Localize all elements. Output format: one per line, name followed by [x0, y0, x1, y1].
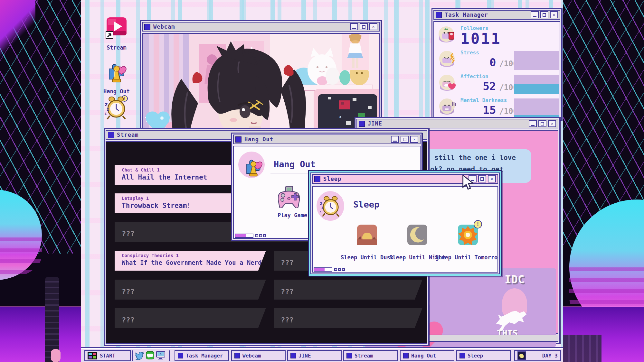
night-icon [407, 225, 427, 245]
tomorrow-sun-icon [458, 225, 478, 245]
svg-text:z: z [107, 107, 109, 112]
twitter-bird-icon[interactable] [135, 351, 144, 361]
maximize-button[interactable] [538, 120, 546, 127]
chain-prop [563, 335, 601, 362]
heading-divider [350, 214, 497, 214]
hang-out-heading: Hang Out [274, 159, 316, 169]
window-icon [403, 353, 409, 358]
stream-topic-locked[interactable]: ??? [115, 280, 266, 300]
alarm-clock-icon: ! z z z [102, 95, 130, 121]
purple-floor [0, 307, 81, 362]
svg-text:z: z [105, 112, 107, 115]
followers-count: 1011 [460, 31, 501, 46]
window-icon [290, 353, 296, 358]
taskbar-button-label: JINE [298, 353, 311, 359]
taskbar-button-task-manager[interactable]: Task Manager [175, 350, 229, 361]
option-label: Sleep Until Tomorrow [435, 254, 498, 261]
locked-label: ??? [281, 288, 422, 296]
start-button[interactable]: START [84, 350, 131, 361]
stat-value: 15 [483, 104, 496, 116]
hangout-puzzle-pawn-heart-icon [242, 156, 264, 178]
webcam-titlebar[interactable]: Webcam ✕ [142, 22, 380, 32]
taskbar-button-webcam[interactable]: Webcam [231, 350, 286, 361]
option-label: Sleep Until Dusk [341, 254, 393, 261]
alert-badge: ! [474, 220, 482, 228]
start-label: START [100, 353, 115, 359]
monitor-icon[interactable] [156, 351, 166, 361]
stat-row-followers: ▲▲ Followers 1011 [438, 25, 501, 46]
desktop-icon-stream[interactable]: Stream [101, 17, 132, 51]
minimize-button[interactable] [531, 11, 539, 18]
stat-row-stress: Stress 0 /100 [438, 50, 518, 68]
desktop-icon-sleep[interactable]: ! z z z [100, 95, 131, 122]
window-title: Webcam [153, 23, 175, 30]
maximize-button[interactable] [478, 175, 486, 182]
maximize-button[interactable] [401, 136, 409, 143]
close-button[interactable]: ✕ [550, 11, 558, 18]
stream-topic-locked[interactable]: ??? [115, 308, 266, 328]
play-game-label: Play Game [278, 212, 300, 218]
stat-value: 52 [483, 80, 496, 93]
chat-message-line1: still the one i love [434, 154, 516, 162]
hang-out-app-circle [238, 152, 265, 178]
close-button[interactable]: ✕ [369, 23, 377, 30]
stream-topic-locked[interactable]: ??? [274, 280, 422, 300]
window-title: Sleep [323, 176, 341, 182]
game-controller-icon [278, 186, 300, 208]
close-button[interactable]: ✕ [410, 136, 418, 143]
taskbar-button-jine[interactable]: JINE [287, 350, 342, 361]
progress-indicator [235, 234, 253, 238]
taskbar-button-sleep[interactable]: Sleep [456, 350, 511, 361]
hangout-puzzle-pawn-heart-icon [105, 60, 128, 84]
maximize-button[interactable] [360, 23, 368, 30]
stress-bar [514, 51, 559, 70]
window-icon [234, 353, 240, 358]
close-button[interactable]: ✕ [548, 120, 556, 127]
stat-label: Affection [460, 73, 518, 79]
stream-topic-locked[interactable]: ??? [274, 308, 422, 328]
window-title: JINE [368, 120, 382, 127]
taskbar-button-label: Task Manager [186, 353, 223, 359]
taskbar-button-label: Hang Out [411, 353, 436, 359]
mouse-cursor [462, 175, 475, 191]
follower-avatar-icon: ▲▲ [438, 25, 456, 43]
minimize-button[interactable] [529, 120, 537, 127]
window-icon [359, 121, 365, 127]
locked-label: ??? [122, 316, 266, 324]
stream-play-icon [105, 17, 128, 41]
desktop-icon-label: Stream [101, 44, 132, 51]
mental-darkness-avatar-icon [438, 97, 456, 115]
locked-label: ??? [281, 316, 422, 324]
jine-titlebar[interactable]: JINE ✕ [356, 119, 558, 128]
window-title: Hang Out [244, 136, 273, 143]
hang-out-titlebar[interactable]: Hang Out ✕ [233, 135, 421, 144]
minimize-button[interactable] [350, 23, 358, 30]
close-button[interactable]: ✕ [488, 175, 496, 182]
taskbar-button-label: Stream [355, 353, 373, 359]
svg-text:z: z [320, 201, 323, 206]
window-icon [108, 132, 114, 138]
svg-text:x: x [339, 114, 342, 119]
chat-bubble-icon[interactable] [146, 351, 155, 361]
desktop-icon-label: Hang Out [101, 88, 132, 95]
taskbar-tray[interactable]: DAY 3 [514, 350, 561, 361]
sailor-figure [342, 34, 369, 70]
locked-label: ??? [122, 288, 266, 296]
topic-category: Conspiracy Theories 1 [122, 253, 266, 258]
sleep-statusbar [314, 267, 345, 272]
taskbar-button-hang-out[interactable]: Hang Out [400, 350, 454, 361]
taskbar-button-stream[interactable]: Stream [343, 350, 398, 361]
affection-bar [514, 75, 559, 94]
stream-topic-conspiracy[interactable]: Conspiracy Theories 1 What If the Govern… [115, 251, 266, 271]
window-icon [144, 24, 150, 30]
mic-cap [51, 349, 61, 362]
day-counter: DAY 3 [542, 353, 558, 359]
task-manager-titlebar[interactable]: Task Manager ✕ [433, 10, 560, 20]
minimize-button[interactable] [391, 136, 399, 143]
svg-text:z: z [321, 205, 324, 210]
window-icon [235, 136, 242, 143]
play-game-action[interactable]: Play Game [278, 186, 300, 218]
desktop-icon-hang-out[interactable]: Hang Out [101, 60, 132, 95]
taskbar-separator [132, 350, 133, 361]
maximize-button[interactable] [540, 11, 548, 18]
